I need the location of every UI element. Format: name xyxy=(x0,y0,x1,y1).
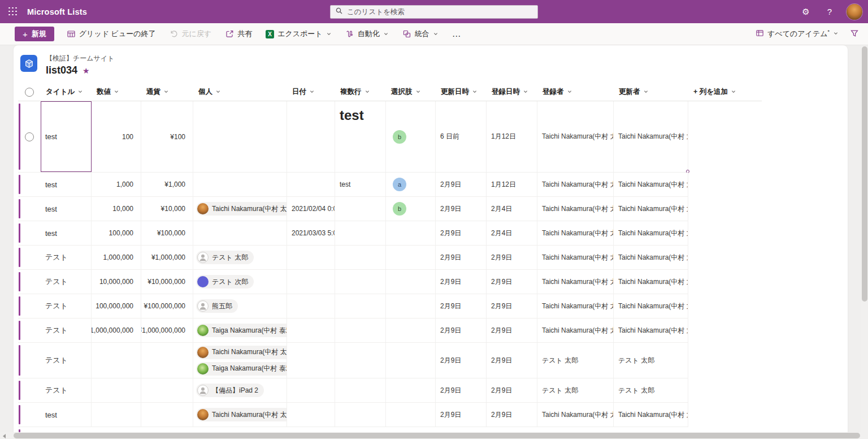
cell-title[interactable]: テスト xyxy=(41,246,92,269)
cell-number[interactable]: 100 xyxy=(92,101,141,172)
cell-multiline[interactable] xyxy=(335,246,386,269)
cell-created[interactable]: 1月12日 xyxy=(487,173,537,196)
help-button[interactable]: ? xyxy=(821,3,839,21)
cell-number[interactable]: 1,000,000,000 xyxy=(92,319,141,342)
cell-choice[interactable] xyxy=(386,294,436,318)
cell-created[interactable]: 2月9日 xyxy=(487,378,537,402)
cell-number[interactable]: 100,000 xyxy=(92,221,141,245)
cell-number[interactable] xyxy=(92,403,141,427)
person-pill[interactable]: テスト 太郎 xyxy=(196,251,254,264)
cell-created[interactable]: 2月9日 xyxy=(487,270,537,294)
cell-choice[interactable] xyxy=(386,343,436,378)
cell-author[interactable]: Taichi Nakamura(中村 太... xyxy=(537,270,614,294)
person-pill[interactable]: Taichi Nakamura(中村 太一) xyxy=(196,346,287,359)
cell-editor[interactable]: Taichi Nakamura(中村 太... xyxy=(614,221,688,245)
person-pill[interactable]: テスト 次郎 xyxy=(196,275,254,289)
cell-editor[interactable]: Taichi Nakamura(中村 太... xyxy=(614,101,688,172)
cell-title[interactable]: test xyxy=(41,221,92,245)
favorite-star-icon[interactable]: ★ xyxy=(83,66,90,75)
cell-author[interactable]: テスト 太郎 xyxy=(537,378,614,402)
cell-person[interactable]: Taichi Nakamura(中村 太一) xyxy=(193,403,287,427)
cell-modified[interactable]: 2月9日 xyxy=(436,294,487,318)
cell-number[interactable]: 1,000,000 xyxy=(92,246,141,269)
cell-modified[interactable]: 2月9日 xyxy=(436,403,487,427)
cell-currency[interactable] xyxy=(141,343,193,378)
cell-number[interactable]: 10,000,000 xyxy=(92,270,141,294)
cell-choice[interactable] xyxy=(386,221,436,245)
cell-number[interactable]: 10,000 xyxy=(92,197,141,221)
scroll-left-arrow[interactable] xyxy=(3,434,6,438)
cell-currency[interactable]: ¥10,000,000 xyxy=(141,270,193,294)
row-checkbox[interactable] xyxy=(25,132,34,141)
cell-title[interactable]: テスト xyxy=(41,270,92,294)
column-header-modified[interactable]: 更新日時 xyxy=(436,87,487,97)
cell-title[interactable]: テスト xyxy=(41,378,92,402)
column-header-person[interactable]: 個人 xyxy=(193,87,287,97)
cell-editor[interactable]: Taichi Nakamura(中村 太... xyxy=(614,246,688,269)
cell-multiline[interactable] xyxy=(335,294,386,318)
cell-choice[interactable]: b xyxy=(386,197,436,221)
cell-title[interactable]: test xyxy=(41,173,92,196)
cell-created[interactable]: 2月4日 xyxy=(487,197,537,221)
cell-title[interactable]: test xyxy=(41,101,92,172)
cell-person[interactable] xyxy=(193,101,287,172)
cell-created[interactable]: 2月9日 xyxy=(487,343,537,378)
person-pill[interactable]: Taiga Nakamura(中村 泰雅) xyxy=(196,362,287,376)
cell-title[interactable]: test xyxy=(41,403,92,427)
select-all-checkbox[interactable] xyxy=(25,88,34,97)
cell-number[interactable] xyxy=(92,378,141,402)
account-avatar[interactable] xyxy=(847,4,862,20)
site-name[interactable]: 【検証】チームサイト xyxy=(46,54,114,63)
cell-currency[interactable]: ¥1,000,000 xyxy=(141,246,193,269)
cell-modified[interactable]: 2月9日 xyxy=(436,319,487,342)
horizontal-scrollbar[interactable] xyxy=(0,432,868,439)
cell-author[interactable]: Taichi Nakamura(中村 太... xyxy=(537,403,614,427)
cell-currency[interactable]: ¥1,000,000,000 xyxy=(141,319,193,342)
person-pill[interactable]: Taichi Nakamura(中村 太一) xyxy=(196,408,287,421)
column-header-date[interactable]: 日付 xyxy=(287,87,335,97)
cell-date[interactable] xyxy=(287,403,335,427)
cell-author[interactable]: テスト 太郎 xyxy=(537,343,614,378)
cell-date[interactable]: 2021/03/03 5:04 xyxy=(287,221,335,245)
cell-date[interactable] xyxy=(287,173,335,196)
cell-multiline[interactable] xyxy=(335,378,386,402)
person-pill[interactable]: Taiga Nakamura(中村 泰雅) xyxy=(196,324,287,337)
cell-person[interactable]: Taiga Nakamura(中村 泰雅) xyxy=(193,319,287,342)
cell-date[interactable] xyxy=(287,294,335,318)
cell-currency[interactable] xyxy=(141,403,193,427)
cell-editor[interactable]: Taichi Nakamura(中村 太... xyxy=(614,270,688,294)
cell-date[interactable] xyxy=(287,319,335,342)
column-header-title[interactable]: タイトル xyxy=(41,87,92,97)
cell-multiline[interactable] xyxy=(335,403,386,427)
vertical-scrollbar-thumb[interactable] xyxy=(862,46,867,302)
cell-author[interactable]: Taichi Nakamura(中村 太... xyxy=(537,197,614,221)
cell-choice[interactable] xyxy=(386,270,436,294)
cell-modified[interactable]: 2月9日 xyxy=(436,378,487,402)
cell-date[interactable] xyxy=(287,246,335,269)
column-header-addcol[interactable]: + 列を追加 xyxy=(688,87,762,97)
cell-created[interactable]: 2月4日 xyxy=(487,221,537,245)
cell-editor[interactable]: Taichi Nakamura(中村 太... xyxy=(614,294,688,318)
cell-editor[interactable]: テスト 太郎 xyxy=(614,343,688,378)
person-pill[interactable]: 熊五郎 xyxy=(196,299,238,313)
cell-person[interactable]: 【備品】iPad 2 xyxy=(193,378,287,402)
cell-editor[interactable]: Taichi Nakamura(中村 太... xyxy=(614,173,688,196)
cell-title[interactable]: テスト xyxy=(41,319,92,342)
search-box[interactable] xyxy=(330,5,538,19)
cell-created[interactable]: 2月9日 xyxy=(487,319,537,342)
cell-choice[interactable]: a xyxy=(386,173,436,196)
cell-choice[interactable] xyxy=(386,246,436,269)
cell-choice[interactable] xyxy=(386,319,436,342)
cell-date[interactable] xyxy=(287,101,335,172)
column-header-number[interactable]: 数値 xyxy=(92,87,141,97)
cell-number[interactable]: 1,000 xyxy=(92,173,141,196)
cell-editor[interactable]: Taichi Nakamura(中村 太... xyxy=(614,197,688,221)
cell-multiline[interactable] xyxy=(335,197,386,221)
undo-button[interactable]: 元に戻す xyxy=(170,29,212,39)
cell-editor[interactable]: Taichi Nakamura(中村 太... xyxy=(614,403,688,427)
cell-author[interactable]: Taichi Nakamura(中村 太... xyxy=(537,246,614,269)
automate-button[interactable]: 自動化 xyxy=(345,29,389,39)
search-input[interactable] xyxy=(347,8,533,16)
cell-created[interactable]: 2月9日 xyxy=(487,294,537,318)
more-button[interactable]: … xyxy=(452,29,462,39)
